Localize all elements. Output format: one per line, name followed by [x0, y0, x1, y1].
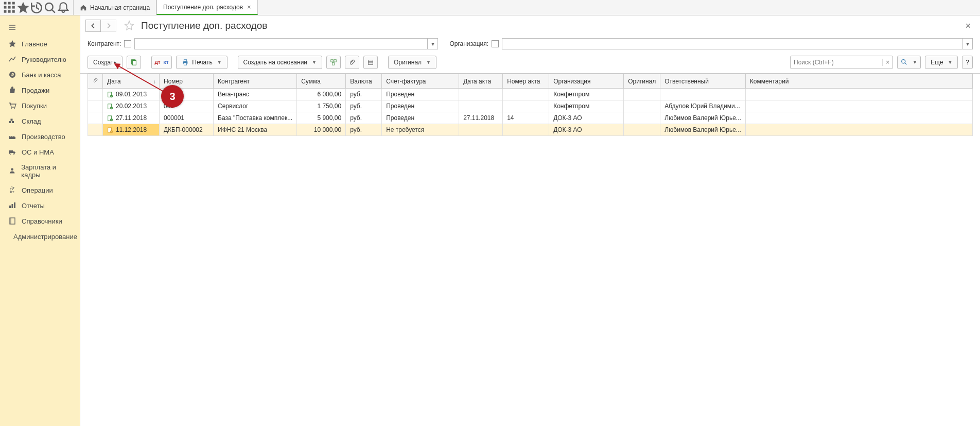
table-row[interactable]: 27.11.2018000001База "Поставка комплек..…	[88, 112, 973, 124]
svg-rect-8	[12, 10, 15, 12]
attachment-column-header[interactable]	[88, 74, 103, 89]
column-header[interactable]: Сумма	[297, 74, 346, 89]
original-button[interactable]: Оригинал▼	[388, 56, 436, 69]
sidebar-item-администрирование[interactable]: Администрирование	[0, 229, 80, 244]
close-icon[interactable]: ×	[247, 3, 251, 11]
svg-point-17	[14, 108, 15, 109]
column-header[interactable]: Счет-фактура	[382, 74, 459, 89]
tab-active-label: Поступление доп. расходов	[163, 4, 243, 11]
svg-rect-6	[4, 10, 7, 12]
page-header: Поступление доп. расходов ×	[80, 15, 980, 34]
table-cell: 1 750,00	[297, 100, 346, 112]
column-header[interactable]: Комментарий	[745, 74, 972, 89]
svg-point-24	[11, 168, 13, 171]
apps-icon[interactable]	[3, 1, 16, 14]
table-cell: Любимов Валерий Юрье...	[660, 112, 746, 124]
ruble-icon: ₽	[8, 71, 16, 79]
sidebar-item-ос-и-нма[interactable]: ОС и НМА	[0, 144, 80, 160]
search-input[interactable]	[791, 59, 882, 66]
table-cell: ДОК-3 АО	[549, 112, 624, 124]
table-cell: руб.	[346, 89, 382, 100]
table-cell	[88, 124, 103, 136]
chevron-down-icon[interactable]: ▾	[962, 39, 972, 49]
sidebar-item-банк-и-касса[interactable]: ₽Банк и касса	[0, 67, 80, 82]
close-page-button[interactable]: ×	[963, 21, 973, 31]
system-top-bar: Начальная страница Поступление доп. расх…	[0, 0, 980, 15]
clear-search-icon[interactable]: ×	[882, 59, 892, 66]
column-header[interactable]: Валюта	[346, 74, 382, 89]
sidebar-item-label: Главное	[22, 40, 47, 48]
related-docs-button[interactable]	[326, 56, 341, 69]
sidebar-item-покупки[interactable]: Покупки	[0, 98, 80, 113]
create-based-on-button[interactable]: Создать на основании▼	[238, 56, 322, 69]
column-header[interactable]: Оригинал	[624, 74, 660, 89]
svg-rect-19	[12, 121, 14, 123]
favorite-star-icon[interactable]	[124, 20, 135, 31]
table-row[interactable]: 11.12.2018ДКБП-000002ИФНС 21 Москва10 00…	[88, 124, 973, 136]
contractor-filter-input[interactable]	[135, 39, 427, 49]
more-button[interactable]: Еще▼	[925, 56, 958, 69]
svg-point-23	[13, 153, 15, 155]
document-table: Дата↓НомерКонтрагентСуммаВалютаСчет-факт…	[87, 74, 973, 136]
star-icon[interactable]	[16, 1, 30, 14]
sidebar-item-производство[interactable]: Производство	[0, 129, 80, 144]
contractor-filter-combo[interactable]: ▾	[134, 38, 438, 49]
column-header[interactable]: Ответственный	[660, 74, 746, 89]
table-cell: Вега-транс	[214, 89, 297, 100]
column-header[interactable]: Организация	[549, 74, 624, 89]
home-icon	[80, 4, 87, 11]
sidebar-item-руководителю[interactable]: Руководителю	[0, 52, 80, 67]
column-header[interactable]: Номер акта	[503, 74, 549, 89]
table-row[interactable]: 20.02.2013002Сервислог1 750,00руб.Провед…	[88, 100, 973, 112]
column-header[interactable]: Контрагент	[214, 74, 297, 89]
table-cell: 27.11.2018	[459, 112, 503, 124]
tab-active-doc[interactable]: Поступление доп. расходов ×	[156, 0, 258, 15]
svg-rect-3	[4, 6, 7, 8]
column-header[interactable]: Дата акта	[459, 74, 503, 89]
table-cell	[88, 112, 103, 124]
help-button[interactable]: ?	[962, 56, 973, 69]
advanced-search-button[interactable]: ▼	[897, 56, 921, 69]
chevron-down-icon[interactable]: ▾	[427, 39, 437, 49]
bell-icon[interactable]	[57, 1, 70, 14]
users-icon	[8, 167, 16, 175]
table-cell	[624, 124, 660, 136]
table-cell	[459, 100, 503, 112]
org-filter-combo[interactable]: ▾	[502, 38, 973, 49]
svg-point-44	[902, 60, 905, 63]
history-icon[interactable]	[30, 1, 43, 14]
svg-rect-36	[331, 60, 333, 62]
cart-icon	[8, 101, 16, 110]
svg-line-45	[905, 63, 907, 65]
sidebar-item-справочники[interactable]: Справочники	[0, 213, 80, 229]
svg-rect-1	[8, 2, 11, 4]
svg-rect-26	[12, 204, 13, 208]
list-settings-button[interactable]	[363, 56, 378, 69]
nav-forward-button[interactable]	[101, 20, 116, 32]
contractor-filter-checkbox[interactable]	[124, 40, 131, 47]
sidebar-item-операции[interactable]: ДтКтОперации	[0, 182, 80, 198]
attachment-button[interactable]	[345, 56, 359, 69]
sidebar-item-склад[interactable]: Склад	[0, 113, 80, 129]
sidebar-item-label: Руководителю	[22, 56, 66, 63]
search-box[interactable]: ×	[790, 56, 893, 69]
sidebar-item-главное[interactable]: Главное	[0, 36, 80, 52]
org-filter-checkbox[interactable]	[492, 40, 499, 47]
nav-back-button[interactable]	[85, 20, 101, 32]
factory-icon	[8, 132, 16, 141]
table-cell	[459, 89, 503, 100]
sidebar-item-label: Отчеты	[22, 202, 45, 210]
org-filter-input[interactable]	[502, 39, 962, 49]
document-toolbar: Создать ДтКт Печать▼ Создать на основани…	[80, 54, 980, 74]
tab-home[interactable]: Начальная страница	[73, 0, 156, 15]
sidebar-burger[interactable]	[0, 20, 80, 35]
print-button[interactable]: Печать▼	[176, 56, 227, 69]
sidebar-item-label: Администрирование	[13, 233, 77, 241]
sidebar-item-отчеты[interactable]: Отчеты	[0, 198, 80, 213]
sidebar-item-продажи[interactable]: Продажи	[0, 82, 80, 98]
table-cell	[503, 100, 549, 112]
search-icon[interactable]	[43, 1, 57, 14]
sidebar-item-зарплата-и-кадры[interactable]: Зарплата и кадры	[0, 160, 80, 182]
table-row[interactable]: 09.01.2013000001Вега-транс6 000,00руб.Пр…	[88, 89, 973, 100]
table-cell	[624, 112, 660, 124]
